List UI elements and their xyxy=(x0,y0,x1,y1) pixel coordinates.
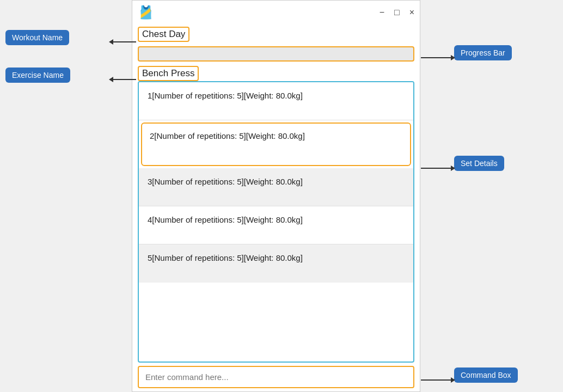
arrow-line xyxy=(113,41,136,42)
arrow-progress-bar xyxy=(421,53,455,63)
arrow-command-box xyxy=(421,375,455,385)
close-button[interactable]: × xyxy=(409,8,414,17)
label-set-details: Set Details xyxy=(454,156,504,171)
set-text-3: 3[Number of repetitions: 5][Weight: 80.0… xyxy=(148,177,303,186)
exercise-name-row: Bench Press xyxy=(132,64,420,81)
arrow-head xyxy=(109,75,113,84)
title-bar: 🎽 − □ × xyxy=(132,1,420,24)
set-text-2: 2[Number of repetitions: 5][Weight: 80.0… xyxy=(150,131,305,140)
set-text-1: 1[Number of repetitions: 5][Weight: 80.0… xyxy=(148,91,303,100)
arrow-head xyxy=(109,37,113,47)
command-input[interactable] xyxy=(139,367,413,387)
set-item-5[interactable]: 5[Number of repetitions: 5][Weight: 80.0… xyxy=(139,244,413,283)
window-controls: − □ × xyxy=(380,8,414,17)
sets-list[interactable]: 1[Number of repetitions: 5][Weight: 80.0… xyxy=(138,81,414,363)
arrow-head xyxy=(451,53,455,63)
arrow-head xyxy=(451,375,455,385)
arrow-line xyxy=(113,79,136,80)
set-item-3[interactable]: 3[Number of repetitions: 5][Weight: 80.0… xyxy=(139,168,413,206)
arrow-line xyxy=(421,57,451,58)
arrow-line xyxy=(421,168,451,169)
set-item-2[interactable]: 2[Number of repetitions: 5][Weight: 80.0… xyxy=(141,122,411,166)
label-progress-bar: Progress Bar xyxy=(454,45,512,60)
set-text-5: 5[Number of repetitions: 5][Weight: 80.0… xyxy=(148,253,303,262)
label-workout-name: Workout Name xyxy=(5,30,69,45)
arrow-set-details xyxy=(421,163,455,173)
label-exercise-name: Exercise Name xyxy=(5,68,70,83)
workout-name-row: Chest Day xyxy=(132,24,420,44)
workout-name: Chest Day xyxy=(138,27,189,42)
label-command-box: Command Box xyxy=(454,367,518,383)
arrow-exercise-name xyxy=(109,75,136,84)
command-box-container xyxy=(138,366,414,388)
arrow-line xyxy=(421,379,451,381)
set-item-4[interactable]: 4[Number of repetitions: 5][Weight: 80.0… xyxy=(139,206,413,244)
progress-bar-container xyxy=(138,46,414,62)
arrow-workout-name xyxy=(109,37,136,47)
app-window: 🎽 − □ × Chest Day Bench Press 1[Number o… xyxy=(132,0,420,392)
minimize-button[interactable]: − xyxy=(380,8,384,17)
app-icon: 🎽 xyxy=(138,5,154,20)
set-item-1[interactable]: 1[Number of repetitions: 5][Weight: 80.0… xyxy=(139,82,413,120)
arrow-head xyxy=(451,163,455,173)
maximize-button[interactable]: □ xyxy=(394,8,400,17)
set-text-4: 4[Number of repetitions: 5][Weight: 80.0… xyxy=(148,215,303,224)
exercise-name: Bench Press xyxy=(138,66,199,81)
